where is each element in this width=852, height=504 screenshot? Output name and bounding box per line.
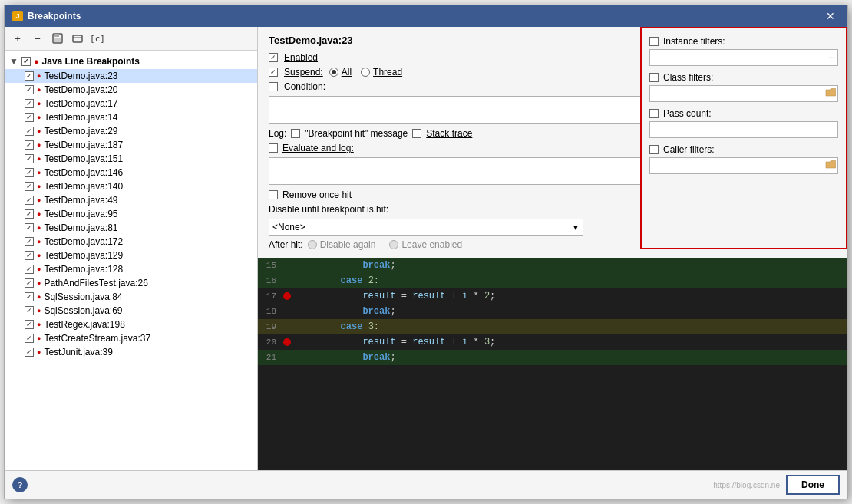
bp-item-14[interactable]: ●TestDemo.java:128 bbox=[5, 262, 257, 276]
bp-item-17[interactable]: ●SqlSession.java:69 bbox=[5, 304, 257, 318]
bp-item-checkbox-3[interactable] bbox=[25, 113, 34, 122]
bp-item-12[interactable]: ●TestDemo.java:172 bbox=[5, 235, 257, 249]
stack-trace-checkbox[interactable] bbox=[412, 129, 421, 138]
caller-filter-row: Caller filters: bbox=[649, 144, 838, 174]
pass-count-checkbox[interactable] bbox=[649, 109, 659, 118]
help-button[interactable]: ? bbox=[12, 477, 28, 492]
bp-item-checkbox-1[interactable] bbox=[25, 85, 34, 94]
caller-browse[interactable] bbox=[825, 160, 836, 170]
leave-enabled-item[interactable]: Leave enabled bbox=[389, 239, 462, 250]
class-checkbox[interactable] bbox=[649, 73, 659, 82]
class-browse[interactable] bbox=[825, 87, 836, 98]
close-button[interactable]: ✕ bbox=[821, 9, 840, 23]
leave-enabled-radio[interactable] bbox=[389, 240, 398, 249]
bp-item-checkbox-19[interactable] bbox=[25, 334, 34, 343]
bp-item-dot-12: ● bbox=[37, 238, 41, 245]
bp-item-7[interactable]: ●TestDemo.java:146 bbox=[5, 166, 257, 180]
bp-hit-checkbox[interactable] bbox=[291, 129, 300, 138]
remove-label: Remove once hit bbox=[282, 189, 352, 200]
bp-item-5[interactable]: ●TestDemo.java:187 bbox=[5, 138, 257, 152]
pass-count-input[interactable] bbox=[649, 121, 838, 138]
bp-item-20[interactable]: ●TestJunit.java:39 bbox=[5, 345, 257, 359]
bp-item-checkbox-2[interactable] bbox=[25, 99, 34, 108]
instance-browse[interactable]: … bbox=[828, 51, 836, 60]
evaluate-checkbox[interactable] bbox=[269, 143, 278, 153]
code-line-17: 17 result = result + i * 2; bbox=[258, 288, 847, 304]
bp-item-dot-20: ● bbox=[37, 348, 41, 356]
load-button[interactable] bbox=[69, 30, 86, 47]
disable-select[interactable]: <None> ▼ bbox=[269, 219, 583, 236]
bp-item-label-19: TestCreateStream.java:37 bbox=[44, 333, 150, 344]
bp-item-checkbox-0[interactable] bbox=[25, 71, 34, 81]
bp-item-label-12: TestDemo.java:172 bbox=[44, 236, 123, 247]
bp-item-checkbox-12[interactable] bbox=[25, 237, 34, 246]
bp-group-java-line[interactable]: ▼ ● Java Line Breakpoints bbox=[5, 54, 257, 69]
suspend-checkbox[interactable] bbox=[269, 68, 278, 77]
bp-item-checkbox-8[interactable] bbox=[25, 182, 34, 191]
bp-item-16[interactable]: ●SqlSession.java:84 bbox=[5, 290, 257, 304]
class-input[interactable] bbox=[649, 85, 838, 102]
save-button[interactable] bbox=[49, 30, 66, 47]
bp-item-checkbox-11[interactable] bbox=[25, 223, 34, 232]
stack-trace-label: Stack trace bbox=[426, 128, 472, 139]
all-radio[interactable] bbox=[329, 68, 338, 77]
leave-enabled-label: Leave enabled bbox=[401, 239, 462, 250]
evaluate-label: Evaluate and log: bbox=[282, 143, 354, 153]
condition-label: Condition: bbox=[284, 81, 325, 92]
caller-checkbox[interactable] bbox=[649, 145, 659, 154]
bp-item-0[interactable]: ●TestDemo.java:23 bbox=[5, 69, 257, 83]
bp-item-checkbox-16[interactable] bbox=[25, 292, 34, 301]
bp-item-checkbox-4[interactable] bbox=[25, 127, 34, 136]
bp-item-8[interactable]: ●TestDemo.java:140 bbox=[5, 180, 257, 193]
enabled-checkbox[interactable] bbox=[269, 53, 278, 62]
remove-checkbox[interactable] bbox=[269, 190, 278, 199]
condition-checkbox[interactable] bbox=[269, 82, 278, 91]
all-radio-item[interactable]: All bbox=[329, 67, 352, 77]
bp-item-2[interactable]: ●TestDemo.java:17 bbox=[5, 97, 257, 110]
remove-button[interactable]: − bbox=[29, 30, 46, 47]
bp-item-10[interactable]: ●TestDemo.java:95 bbox=[5, 207, 257, 221]
done-button[interactable]: Done bbox=[786, 475, 840, 495]
bp-item-15[interactable]: ●PathAndFilesTest.java:26 bbox=[5, 276, 257, 290]
bp-item-checkbox-18[interactable] bbox=[25, 320, 34, 329]
disable-again-radio[interactable] bbox=[308, 240, 317, 249]
group-checkbox[interactable] bbox=[21, 57, 31, 66]
bp-item-label-11: TestDemo.java:81 bbox=[44, 222, 117, 233]
bp-item-1[interactable]: ●TestDemo.java:20 bbox=[5, 83, 257, 97]
add-button[interactable]: + bbox=[9, 30, 26, 47]
caller-input[interactable] bbox=[649, 157, 838, 174]
bp-item-checkbox-20[interactable] bbox=[25, 348, 34, 357]
bp-item-19[interactable]: ●TestCreateStream.java:37 bbox=[5, 331, 257, 345]
folder-icon2 bbox=[825, 160, 836, 169]
thread-radio-item[interactable]: Thread bbox=[361, 67, 402, 77]
bp-item-4[interactable]: ●TestDemo.java:29 bbox=[5, 124, 257, 138]
bp-item-6[interactable]: ●TestDemo.java:151 bbox=[5, 152, 257, 166]
bp-item-3[interactable]: ●TestDemo.java:14 bbox=[5, 110, 257, 124]
thread-radio[interactable] bbox=[361, 68, 370, 77]
bp-item-checkbox-5[interactable] bbox=[25, 140, 34, 150]
bp-item-label-15: PathAndFilesTest.java:26 bbox=[44, 278, 147, 288]
bp-item-13[interactable]: ●TestDemo.java:129 bbox=[5, 249, 257, 262]
bp-item-checkbox-10[interactable] bbox=[25, 209, 34, 219]
dialog-title: Breakpoints bbox=[28, 11, 81, 21]
breakpoint-tree[interactable]: ▼ ● Java Line Breakpoints ●TestDemo.java… bbox=[5, 51, 257, 470]
refresh-button[interactable]: [c] bbox=[89, 30, 106, 47]
code-line-20: 20 result = result + i * 3; bbox=[258, 334, 847, 350]
bp-item-9[interactable]: ●TestDemo.java:49 bbox=[5, 193, 257, 207]
bp-item-checkbox-9[interactable] bbox=[25, 196, 34, 205]
bp-item-checkbox-13[interactable] bbox=[25, 251, 34, 260]
bp-item-checkbox-17[interactable] bbox=[25, 306, 34, 315]
disable-again-item[interactable]: Disable again bbox=[308, 239, 376, 250]
bp-item-checkbox-6[interactable] bbox=[25, 154, 34, 163]
instance-input[interactable]: … bbox=[649, 49, 838, 66]
instance-checkbox[interactable] bbox=[649, 37, 659, 46]
bp-item-checkbox-7[interactable] bbox=[25, 168, 34, 177]
bp-item-checkbox-15[interactable] bbox=[25, 278, 34, 288]
bp-item-dot-17: ● bbox=[37, 307, 41, 315]
bp-item-11[interactable]: ●TestDemo.java:81 bbox=[5, 221, 257, 235]
group-red-dot: ● bbox=[34, 57, 39, 66]
bp-item-18[interactable]: ●TestRegex.java:198 bbox=[5, 318, 257, 331]
marker-17 bbox=[281, 292, 293, 300]
bp-item-checkbox-14[interactable] bbox=[25, 265, 34, 274]
bp-item-dot-10: ● bbox=[37, 210, 41, 218]
